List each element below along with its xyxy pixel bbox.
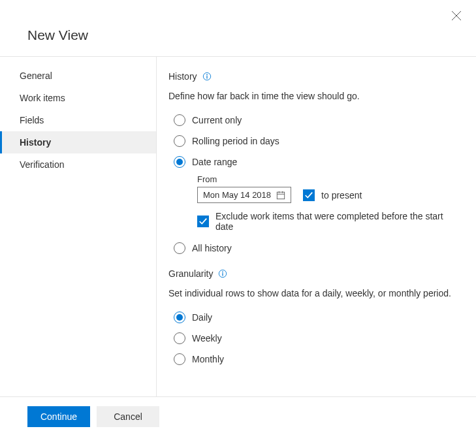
radio-label: Daily (192, 312, 212, 323)
radio-weekly[interactable]: Weekly (174, 332, 456, 344)
dialog-title: New View (0, 0, 476, 56)
to-present-label: to present (321, 190, 362, 200)
radio-current-only[interactable]: Current only (174, 114, 456, 126)
radio-daily[interactable]: Daily (174, 312, 456, 323)
granularity-heading: Granularity (168, 268, 213, 279)
dialog-footer: Continue Cancel (0, 396, 476, 427)
svg-rect-3 (277, 192, 284, 199)
granularity-heading-row: Granularity (168, 268, 456, 279)
radio-icon (174, 312, 185, 323)
sidebar-item-work-items[interactable]: Work items (0, 87, 156, 109)
from-label: From (197, 174, 456, 184)
sidebar-item-general[interactable]: General (0, 65, 156, 87)
radio-icon (174, 135, 185, 147)
sidebar-item-label: Work items (20, 93, 65, 103)
svg-rect-2 (206, 76, 207, 78)
sidebar-item-label: History (20, 137, 51, 148)
sidebar-item-label: Verification (20, 159, 64, 170)
sidebar-item-fields[interactable]: Fields (0, 109, 156, 131)
exclude-row: Exclude work items that were completed b… (197, 211, 456, 232)
continue-button[interactable]: Continue (27, 406, 90, 427)
cancel-button[interactable]: Cancel (97, 406, 159, 427)
to-present-checkbox[interactable] (303, 189, 315, 201)
new-view-dialog: New View General Work items Fields Histo… (0, 0, 476, 448)
main-panel: History Define how far back in time the … (157, 57, 476, 396)
sidebar-item-label: General (20, 71, 52, 81)
check-icon (304, 191, 313, 200)
check-icon (198, 217, 208, 226)
radio-label: Monthly (192, 354, 224, 364)
date-row: Mon May 14 2018 to present (197, 187, 456, 203)
history-heading: History (168, 71, 197, 82)
sidebar: General Work items Fields History Verifi… (0, 57, 157, 396)
history-radio-group: Current only Rolling period in days Date… (174, 114, 456, 254)
from-date-value: Mon May 14 2018 (203, 190, 271, 200)
radio-icon (174, 332, 185, 344)
calendar-icon (276, 191, 285, 200)
date-range-subform: From Mon May 14 2018 to pres (197, 174, 456, 232)
exclude-checkbox[interactable] (197, 216, 209, 227)
info-icon[interactable] (202, 72, 212, 81)
history-description: Define how far back in time the view sho… (168, 91, 456, 101)
radio-label: All history (192, 243, 232, 253)
sidebar-item-history[interactable]: History (0, 131, 156, 153)
radio-all-history[interactable]: All history (174, 242, 456, 254)
radio-label: Rolling period in days (192, 136, 279, 146)
svg-point-1 (206, 74, 208, 76)
to-present-row: to present (303, 189, 362, 201)
radio-icon (174, 156, 185, 168)
granularity-radio-group: Daily Weekly Monthly (174, 312, 456, 365)
close-icon (451, 10, 462, 21)
sidebar-item-label: Fields (20, 115, 44, 125)
radio-rolling-period[interactable]: Rolling period in days (174, 135, 456, 147)
radio-label: Weekly (192, 333, 222, 344)
granularity-description: Set individual rows to show data for a d… (168, 288, 456, 298)
svg-rect-9 (223, 273, 223, 276)
radio-label: Date range (192, 157, 237, 167)
close-button[interactable] (451, 10, 462, 21)
exclude-label: Exclude work items that were completed b… (215, 211, 456, 232)
radio-icon (174, 114, 185, 126)
svg-point-8 (223, 272, 224, 273)
radio-label: Current only (192, 115, 242, 125)
info-icon[interactable] (218, 269, 227, 278)
radio-date-range[interactable]: Date range (174, 156, 456, 168)
radio-icon (174, 242, 185, 254)
radio-icon (174, 353, 185, 365)
sidebar-item-verification[interactable]: Verification (0, 153, 156, 176)
radio-monthly[interactable]: Monthly (174, 353, 456, 365)
history-heading-row: History (168, 71, 456, 82)
from-date-input[interactable]: Mon May 14 2018 (197, 187, 291, 203)
dialog-body: General Work items Fields History Verifi… (0, 57, 476, 396)
